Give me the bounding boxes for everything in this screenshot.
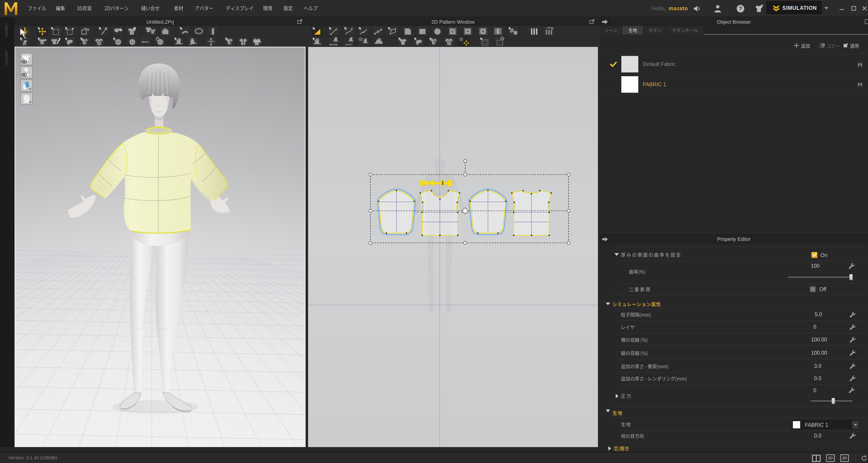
svg-text:?: ?	[739, 6, 742, 11]
